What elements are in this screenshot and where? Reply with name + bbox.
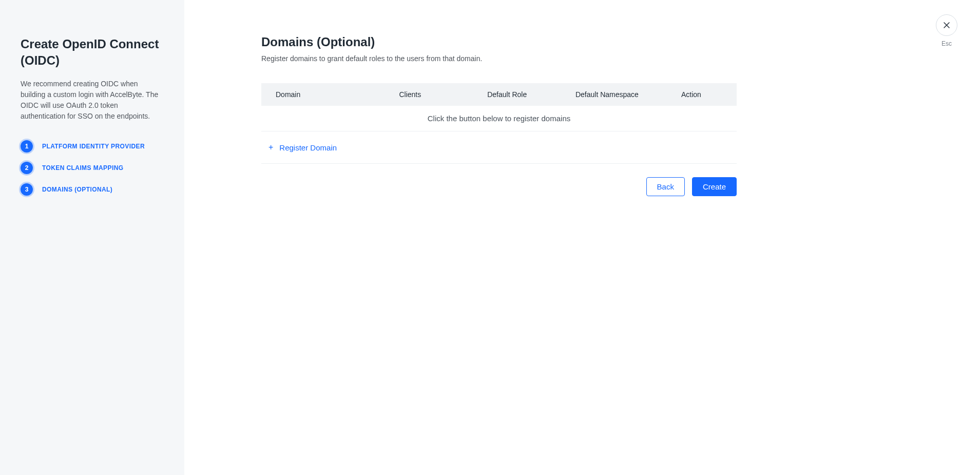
register-domain-button[interactable]: + Register Domain [268, 143, 337, 152]
domains-table: Domain Clients Default Role Default Name… [261, 83, 737, 164]
footer-actions: Back Create [261, 177, 737, 196]
close-button[interactable] [936, 14, 957, 36]
close-icon [943, 21, 951, 29]
column-header-default-namespace: Default Namespace [575, 90, 681, 99]
step-platform-identity-provider[interactable]: 1 PLATFORM IDENTITY PROVIDER [21, 140, 164, 153]
step-number-badge: 3 [21, 183, 33, 196]
back-button[interactable]: Back [646, 177, 685, 196]
column-header-domain: Domain [276, 90, 399, 99]
table-header: Domain Clients Default Role Default Name… [261, 83, 737, 106]
page-description: Register domains to grant default roles … [261, 54, 918, 63]
sidebar-title: Create OpenID Connect (OIDC) [21, 36, 164, 69]
column-header-default-role: Default Role [487, 90, 575, 99]
steps-list: 1 PLATFORM IDENTITY PROVIDER 2 TOKEN CLA… [21, 140, 164, 196]
step-number-badge: 2 [21, 162, 33, 174]
empty-state-message: Click the button below to register domai… [261, 106, 737, 131]
sidebar: Create OpenID Connect (OIDC) We recommen… [0, 0, 184, 475]
step-label: PLATFORM IDENTITY PROVIDER [42, 143, 145, 150]
register-row: + Register Domain [261, 131, 737, 164]
step-number-badge: 1 [21, 140, 33, 153]
main-content: Esc Domains (Optional) Register domains … [184, 0, 980, 475]
column-header-action: Action [681, 90, 722, 99]
create-button[interactable]: Create [692, 177, 737, 196]
step-label: DOMAINS (OPTIONAL) [42, 186, 112, 193]
step-token-claims-mapping[interactable]: 2 TOKEN CLAIMS MAPPING [21, 162, 164, 174]
step-domains-optional[interactable]: 3 DOMAINS (OPTIONAL) [21, 183, 164, 196]
page-title: Domains (Optional) [261, 35, 918, 49]
column-header-clients: Clients [399, 90, 487, 99]
sidebar-description: We recommend creating OIDC when building… [21, 79, 159, 122]
register-domain-label: Register Domain [279, 143, 337, 152]
close-area: Esc [936, 14, 957, 47]
close-esc-label: Esc [941, 40, 952, 47]
step-label: TOKEN CLAIMS MAPPING [42, 164, 123, 172]
plus-icon: + [268, 143, 273, 151]
